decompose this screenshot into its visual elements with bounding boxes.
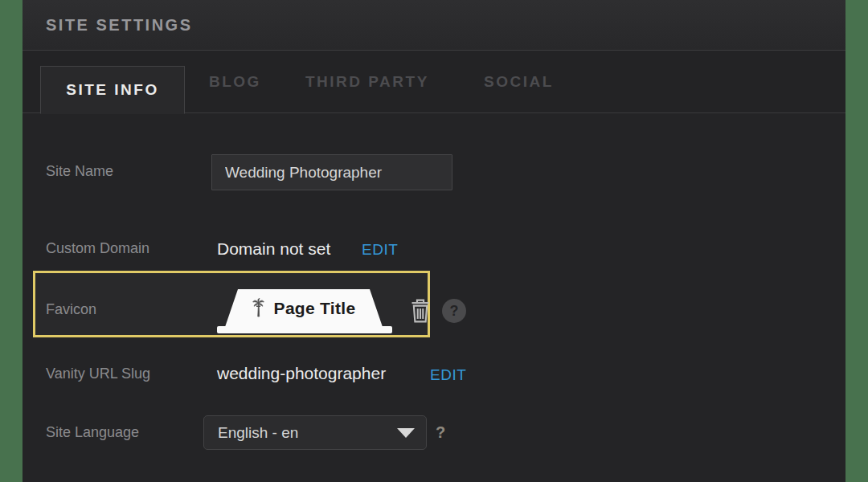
tab-social[interactable]: SOCIAL <box>484 51 554 112</box>
favicon-delete-button[interactable] <box>409 298 432 324</box>
tab-blog-label: BLOG <box>209 73 261 91</box>
custom-domain-value: Domain not set <box>217 239 330 259</box>
site-name-input[interactable] <box>211 154 452 190</box>
tab-social-label: SOCIAL <box>484 73 554 91</box>
palm-tree-icon <box>252 298 264 318</box>
site-settings-panel: SITE SETTINGS SITE INFO BLOG THIRD PARTY… <box>23 0 845 482</box>
favicon-help-button[interactable]: ? <box>442 299 466 323</box>
site-language-label: Site Language <box>46 424 139 441</box>
trash-icon <box>409 312 432 326</box>
dropdown-arrow-icon <box>397 428 415 438</box>
site-language-value: English - en <box>218 424 397 442</box>
tab-site-info[interactable]: SITE INFO <box>40 66 185 114</box>
tab-third-party-label: THIRD PARTY <box>305 73 429 91</box>
custom-domain-label: Custom Domain <box>46 240 149 257</box>
favicon-preview-tab[interactable]: Page Title <box>225 289 383 327</box>
site-name-label: Site Name <box>46 163 113 180</box>
vanity-url-label: Vanity URL Slug <box>46 366 150 382</box>
tab-blog[interactable]: BLOG <box>209 51 261 112</box>
tab-site-info-label: SITE INFO <box>66 81 158 99</box>
site-language-help[interactable]: ? <box>436 423 445 442</box>
header: SITE SETTINGS <box>23 0 845 51</box>
question-circle-icon: ? <box>450 303 459 320</box>
browser-tab-base <box>217 326 392 333</box>
favicon-label: Favicon <box>46 301 96 318</box>
page-title: SITE SETTINGS <box>46 0 193 50</box>
vanity-url-edit-link[interactable]: EDIT <box>430 366 466 384</box>
tab-bar: SITE INFO BLOG THIRD PARTY SOCIAL <box>23 51 845 113</box>
tab-third-party[interactable]: THIRD PARTY <box>305 51 429 112</box>
custom-domain-edit-link[interactable]: EDIT <box>362 241 398 259</box>
favicon-preview-title: Page Title <box>274 299 356 318</box>
vanity-url-value: wedding-photographer <box>217 364 386 383</box>
site-language-dropdown[interactable]: English - en <box>203 415 427 450</box>
